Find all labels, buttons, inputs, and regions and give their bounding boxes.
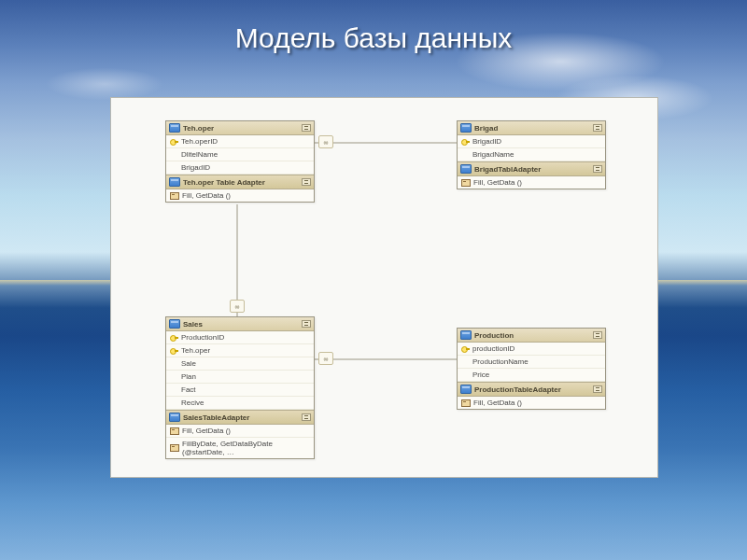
field-name: Price — [472, 371, 489, 379]
collapse-icon[interactable] — [302, 124, 311, 132]
adapter-method-row[interactable]: Fill, GetData () — [166, 425, 314, 438]
collapse-icon[interactable] — [593, 124, 602, 132]
primary-key-icon — [461, 137, 470, 146]
field-row[interactable]: Price — [458, 369, 605, 382]
field-icon — [170, 359, 178, 368]
primary-key-icon — [170, 333, 178, 342]
field-icon — [170, 372, 178, 381]
field-row[interactable]: Teh.oper — [166, 344, 314, 357]
field-name: ProductionID — [181, 333, 224, 342]
table-icon — [460, 123, 472, 133]
entity-title: Production — [474, 331, 514, 340]
adapter-header[interactable]: ProductionTableAdapter — [458, 383, 605, 397]
method-text: FillByDate, GetDataByDate (@startDate, … — [182, 440, 310, 456]
field-row[interactable]: DlitelName — [166, 148, 314, 161]
table-icon — [460, 330, 472, 340]
field-icon — [461, 357, 470, 366]
adapter-header[interactable]: BrigadTablAdapter — [458, 162, 605, 176]
adapter-header[interactable]: Teh.oper Table Adapter — [166, 175, 314, 189]
entity-title: Sales — [183, 320, 203, 329]
adapter-icon — [169, 413, 180, 422]
collapse-icon[interactable] — [593, 385, 602, 393]
method-icon — [170, 427, 179, 435]
field-name: productionID — [472, 344, 514, 353]
entity-header[interactable]: Production — [458, 329, 605, 343]
field-icon — [461, 371, 470, 379]
field-row[interactable]: BrigadID — [166, 161, 314, 175]
field-name: Teh.operID — [181, 137, 218, 146]
field-icon — [170, 385, 178, 394]
primary-key-icon — [461, 344, 470, 353]
primary-key-icon — [170, 137, 178, 146]
entity-production[interactable]: ProductionproductionIDProductionNamePric… — [457, 328, 606, 410]
field-row[interactable]: Fact — [166, 384, 314, 397]
entity-brigad[interactable]: BrigadBrigadIDBrigadNameBrigadTablAdapte… — [457, 120, 606, 189]
field-row[interactable]: ProductionID — [166, 331, 314, 344]
field-row[interactable]: Sale — [166, 357, 314, 371]
adapter-icon — [460, 164, 472, 174]
table-icon — [169, 123, 180, 133]
adapter-title: SalesTableAdapter — [183, 413, 249, 422]
field-name: Recive — [181, 399, 204, 407]
adapter-method-row[interactable]: FillByDate, GetDataByDate (@startDate, … — [166, 438, 314, 458]
diagram-canvas: Teh.operTeh.operIDDlitelNameBrigadIDTeh.… — [110, 97, 658, 478]
field-row[interactable]: ProductionName — [458, 356, 605, 369]
relationship-icon — [230, 300, 245, 313]
field-row[interactable]: Teh.operID — [166, 135, 314, 148]
field-row[interactable]: productionID — [458, 343, 605, 356]
field-icon — [461, 150, 470, 159]
entity-title: Brigad — [474, 124, 498, 133]
field-name: BrigadID — [181, 163, 210, 172]
adapter-icon — [169, 177, 180, 187]
method-text: Fill, GetData () — [182, 427, 231, 435]
method-text: Fill, GetData () — [473, 399, 522, 407]
field-name: ProductionName — [472, 357, 529, 366]
entity-tehoper[interactable]: Teh.operTeh.operIDDlitelNameBrigadIDTeh.… — [165, 120, 315, 203]
field-icon — [170, 150, 178, 159]
primary-key-icon — [170, 346, 178, 355]
field-name: BrigadName — [472, 150, 514, 159]
entity-title: Teh.oper — [183, 124, 214, 133]
adapter-method-row[interactable]: Fill, GetData () — [458, 176, 605, 189]
table-icon — [169, 319, 180, 329]
adapter-title: ProductionTableAdapter — [474, 385, 561, 394]
method-icon — [170, 444, 179, 452]
field-row[interactable]: BrigadID — [458, 135, 605, 148]
field-name: Teh.oper — [181, 346, 210, 355]
relationship-icon — [318, 352, 333, 365]
method-icon — [461, 179, 471, 187]
table-adapter: BrigadTablAdapterFill, GetData () — [458, 161, 605, 189]
table-adapter: Teh.oper Table AdapterFill, GetData () — [166, 175, 314, 202]
adapter-title: BrigadTablAdapter — [474, 165, 541, 174]
field-row[interactable]: Recive — [166, 397, 314, 410]
method-icon — [170, 192, 179, 200]
collapse-icon[interactable] — [302, 413, 311, 421]
collapse-icon[interactable] — [302, 320, 311, 328]
table-adapter: ProductionTableAdapterFill, GetData () — [458, 382, 605, 409]
field-name: BrigadID — [472, 137, 501, 146]
field-name: Fact — [181, 385, 196, 394]
collapse-icon[interactable] — [593, 165, 602, 173]
adapter-method-row[interactable]: Fill, GetData () — [458, 397, 605, 409]
method-text: Fill, GetData () — [473, 178, 522, 187]
adapter-icon — [460, 385, 472, 394]
relationship-icon — [318, 135, 333, 148]
adapter-header[interactable]: SalesTableAdapter — [166, 411, 314, 425]
adapter-title: Teh.oper Table Adapter — [183, 178, 265, 187]
field-icon — [170, 399, 178, 407]
collapse-icon[interactable] — [302, 178, 311, 186]
method-icon — [461, 399, 471, 407]
field-name: Sale — [181, 359, 196, 368]
entity-header[interactable]: Brigad — [458, 121, 605, 135]
field-row[interactable]: Plan — [166, 371, 314, 384]
entity-header[interactable]: Sales — [166, 317, 314, 331]
table-adapter: SalesTableAdapterFill, GetData ()FillByD… — [166, 410, 314, 458]
field-icon — [170, 163, 178, 172]
field-name: Plan — [181, 372, 196, 381]
field-row[interactable]: BrigadName — [458, 148, 605, 161]
adapter-method-row[interactable]: Fill, GetData () — [166, 189, 314, 202]
entity-header[interactable]: Teh.oper — [166, 121, 314, 135]
collapse-icon[interactable] — [593, 331, 602, 339]
entity-sales[interactable]: SalesProductionIDTeh.operSalePlanFactRec… — [165, 316, 315, 459]
field-name: DlitelName — [181, 150, 218, 159]
